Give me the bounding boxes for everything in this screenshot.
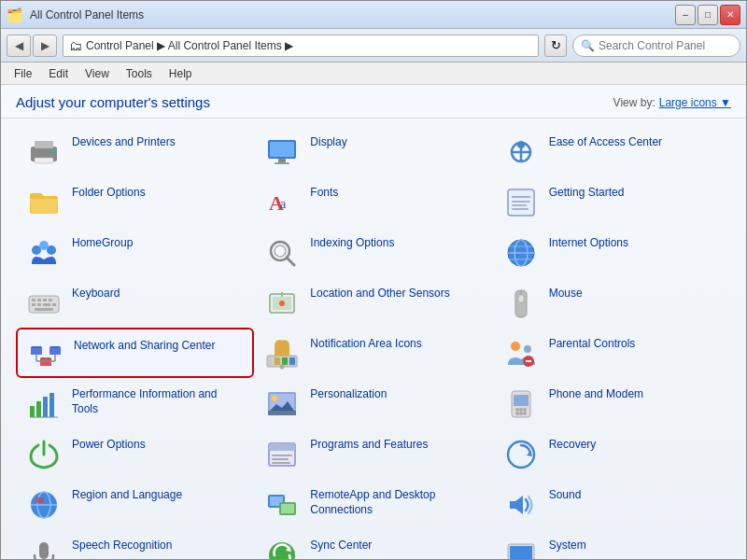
grid-item-mouse[interactable]: Mouse — [493, 277, 731, 328]
sound-icon — [502, 486, 540, 524]
notification-icons-label[interactable]: Notification Area Icons — [310, 335, 421, 352]
forward-button[interactable]: ▶ — [33, 35, 57, 57]
internet-options-label[interactable]: Internet Options — [549, 234, 628, 251]
indexing-options-label[interactable]: Indexing Options — [310, 234, 394, 251]
sync-center-label[interactable]: Sync Center — [310, 537, 372, 553]
grid-item-devices-printers[interactable]: Devices and Printers — [16, 126, 254, 176]
grid-item-location-sensors[interactable]: Location and Other Sensors — [254, 277, 492, 328]
forward-icon: ▶ — [41, 39, 49, 52]
svg-rect-16 — [512, 201, 530, 203]
grid-item-getting-started[interactable]: Getting Started — [493, 176, 731, 227]
grid-item-system[interactable]: System — [493, 529, 731, 559]
fonts-label[interactable]: Fonts — [310, 184, 338, 201]
system-icon — [502, 537, 540, 559]
grid-item-recovery[interactable]: Recovery — [493, 428, 731, 479]
grid-item-ease-of-access[interactable]: Ease of Access Center — [493, 126, 731, 176]
remoteapp-icon — [263, 486, 301, 524]
grid-item-sync-center[interactable]: Sync Center — [254, 529, 492, 559]
search-box[interactable]: 🔍 — [572, 35, 740, 57]
svg-point-60 — [280, 365, 285, 370]
svg-rect-35 — [32, 303, 35, 306]
svg-rect-7 — [275, 162, 289, 164]
getting-started-label[interactable]: Getting Started — [549, 184, 625, 201]
grid-item-internet-options[interactable]: Internet Options — [493, 227, 731, 277]
svg-point-76 — [515, 408, 519, 412]
programs-features-label[interactable]: Programs and Features — [310, 436, 428, 453]
grid-item-folder-options[interactable]: Folder Options — [16, 176, 254, 227]
grid-item-homegroup[interactable]: HomeGroup — [16, 227, 254, 277]
grid-item-remoteapp[interactable]: RemoteApp and Desktop Connections — [254, 479, 492, 529]
grid-item-sound[interactable]: Sound — [493, 479, 731, 529]
svg-rect-58 — [282, 357, 288, 365]
system-label[interactable]: System — [549, 537, 586, 553]
menu-view[interactable]: View — [78, 65, 117, 82]
personalization-label[interactable]: Personalization — [310, 385, 387, 402]
folder-options-label[interactable]: Folder Options — [72, 184, 146, 201]
power-options-label[interactable]: Power Options — [72, 436, 146, 453]
grid-item-indexing-options[interactable]: Indexing Options — [254, 227, 492, 277]
keyboard-label[interactable]: Keyboard — [72, 285, 120, 301]
svg-rect-72 — [268, 411, 296, 415]
parental-controls-label[interactable]: Parental Controls — [549, 335, 636, 352]
svg-rect-49 — [49, 348, 61, 355]
network-sharing-label[interactable]: Network and Sharing Center — [74, 337, 215, 354]
grid-item-display[interactable]: Display — [254, 126, 492, 176]
svg-rect-17 — [512, 204, 527, 206]
view-by-dropdown[interactable]: Large icons ▼ — [659, 96, 731, 109]
grid-item-parental-controls[interactable]: Parental Controls — [493, 328, 731, 378]
grid-item-performance-info[interactable]: Performance Information and Tools — [16, 378, 254, 428]
svg-rect-84 — [272, 455, 292, 456]
speech-recognition-label[interactable]: Speech Recognition — [72, 537, 172, 553]
speech-recognition-icon — [25, 537, 63, 559]
performance-info-label[interactable]: Performance Information and Tools — [72, 385, 245, 416]
mouse-icon — [502, 285, 540, 322]
svg-rect-65 — [30, 406, 35, 417]
grid-item-power-options[interactable]: Power Options — [16, 428, 254, 479]
region-language-label[interactable]: Region and Language — [72, 486, 182, 503]
menu-edit[interactable]: Edit — [41, 65, 76, 82]
menu-help[interactable]: Help — [162, 65, 200, 82]
phone-modem-label[interactable]: Phone and Modem — [549, 385, 643, 402]
menu-tools[interactable]: Tools — [119, 65, 160, 82]
items-grid: Devices and PrintersDisplayEase of Acces… — [16, 126, 731, 552]
search-input[interactable] — [599, 39, 732, 52]
svg-rect-83 — [269, 443, 295, 451]
grid-item-keyboard[interactable]: Keyboard — [16, 277, 254, 328]
menu-file[interactable]: File — [7, 65, 39, 82]
window-title: All Control Panel Items — [30, 8, 144, 21]
sync-center-icon — [263, 537, 301, 559]
grid-item-personalization[interactable]: Personalization — [254, 378, 492, 428]
fonts-icon: Aa — [263, 184, 301, 221]
maximize-button[interactable]: □ — [698, 5, 718, 25]
devices-printers-label[interactable]: Devices and Printers — [72, 133, 176, 150]
sound-label[interactable]: Sound — [549, 486, 582, 503]
remoteapp-label[interactable]: RemoteApp and Desktop Connections — [310, 486, 483, 517]
svg-point-80 — [519, 412, 523, 415]
back-button[interactable]: ◀ — [7, 35, 31, 57]
display-label[interactable]: Display — [310, 133, 346, 150]
title-controls: – □ ✕ — [675, 5, 740, 25]
recovery-label[interactable]: Recovery — [549, 436, 597, 453]
close-button[interactable]: ✕ — [720, 5, 740, 25]
mouse-label[interactable]: Mouse — [549, 285, 583, 301]
svg-rect-36 — [37, 303, 41, 306]
svg-rect-6 — [278, 159, 286, 162]
path-text: Control Panel ▶ All Control Panel Items … — [86, 39, 293, 52]
grid-item-notification-icons[interactable]: Notification Area Icons — [254, 328, 492, 378]
location-sensors-label[interactable]: Location and Other Sensors — [310, 285, 449, 301]
grid-item-fonts[interactable]: AaFonts — [254, 176, 492, 227]
refresh-button[interactable]: ↻ — [544, 35, 567, 57]
grid-item-programs-features[interactable]: Programs and Features — [254, 428, 492, 479]
address-path[interactable]: 🗂 Control Panel ▶ All Control Panel Item… — [63, 35, 539, 57]
minimize-button[interactable]: – — [675, 5, 696, 25]
homegroup-label[interactable]: HomeGroup — [72, 234, 133, 251]
svg-point-42 — [279, 301, 285, 306]
svg-point-61 — [511, 342, 520, 351]
svg-rect-3 — [51, 149, 55, 153]
grid-item-speech-recognition[interactable]: Speech Recognition — [16, 529, 254, 559]
grid-item-region-language[interactable]: Region and Language — [16, 479, 254, 529]
ease-of-access-label[interactable]: Ease of Access Center — [549, 133, 662, 150]
svg-point-78 — [523, 408, 527, 412]
grid-item-network-sharing[interactable]: Network and Sharing Center — [16, 328, 254, 378]
grid-item-phone-modem[interactable]: Phone and Modem — [493, 378, 731, 428]
